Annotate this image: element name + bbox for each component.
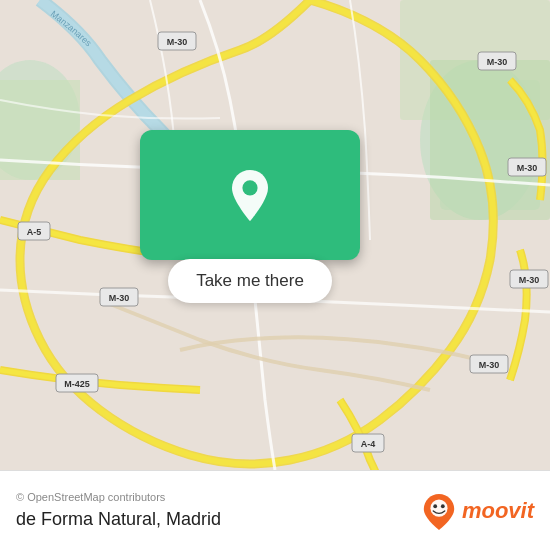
svg-text:M-30: M-30 [479, 360, 500, 370]
moovit-brand-text: moovit [462, 498, 534, 524]
svg-text:M-30: M-30 [517, 163, 538, 173]
location-pin-icon [225, 168, 275, 223]
moovit-pin-icon [420, 492, 458, 530]
footer-left: © OpenStreetMap contributors de Forma Na… [16, 491, 221, 530]
moovit-logo: moovit [420, 492, 534, 530]
svg-text:A-4: A-4 [361, 439, 376, 449]
svg-text:M-30: M-30 [109, 293, 130, 303]
take-me-there-button[interactable]: Take me there [168, 259, 332, 303]
osm-attribution: © OpenStreetMap contributors [16, 491, 221, 503]
footer: © OpenStreetMap contributors de Forma Na… [0, 470, 550, 550]
svg-text:A-5: A-5 [27, 227, 42, 237]
svg-point-27 [430, 499, 447, 516]
svg-point-29 [441, 504, 445, 508]
svg-text:M-425: M-425 [64, 379, 90, 389]
navigation-overlay: Take me there [140, 130, 360, 303]
map-container: M-30 M-30 M-30 M-30 M-30 A-5 M-425 A-4 M… [0, 0, 550, 470]
map-pin-card[interactable] [140, 130, 360, 260]
svg-text:M-30: M-30 [487, 57, 508, 67]
svg-point-28 [433, 504, 437, 508]
svg-text:M-30: M-30 [167, 37, 188, 47]
place-name: de Forma Natural, Madrid [16, 509, 221, 530]
svg-point-26 [242, 180, 257, 195]
svg-text:M-30: M-30 [519, 275, 540, 285]
